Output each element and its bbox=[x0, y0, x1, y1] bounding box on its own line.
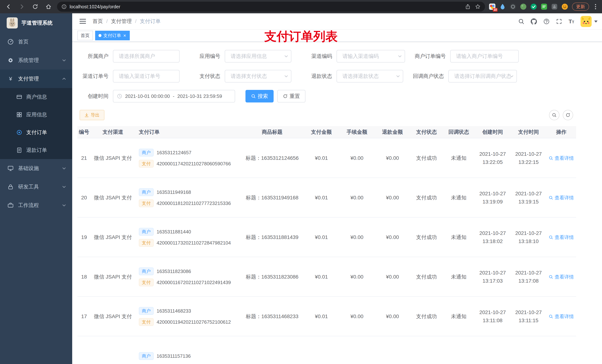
channel-code-label: 渠道编码 bbox=[296, 53, 336, 60]
header-actions: TT bbox=[518, 13, 598, 30]
avatar[interactable] bbox=[580, 16, 592, 27]
user-menu[interactable] bbox=[580, 16, 598, 27]
tags-bar: 首页 支付订单 × bbox=[72, 30, 602, 42]
search-icon bbox=[549, 235, 553, 239]
merchant-badge: 商户 bbox=[139, 352, 154, 360]
channel-pay-no: 4200001181202110277723215336 bbox=[157, 200, 231, 206]
browser-reload-button[interactable] bbox=[30, 2, 40, 11]
view-detail-link[interactable]: 查看详情 bbox=[549, 313, 574, 320]
fullscreen-icon[interactable] bbox=[556, 18, 562, 25]
browser-update-button[interactable]: 更新 bbox=[572, 3, 589, 11]
col-channel: 支付渠道 bbox=[91, 126, 135, 138]
col-pay-time: 支付时间 bbox=[511, 126, 547, 138]
chevron-down-icon bbox=[62, 58, 66, 62]
date-separator: - bbox=[173, 94, 174, 99]
chevron-down-icon bbox=[62, 166, 66, 171]
sidebar-item-pay-order[interactable]: 支付订单 bbox=[0, 124, 72, 141]
sidebar-item-home[interactable]: 首页 bbox=[0, 32, 72, 51]
briefcase-icon bbox=[7, 202, 14, 208]
col-fee: 手续金额 bbox=[339, 126, 375, 138]
search-icon bbox=[549, 156, 553, 160]
sidebar-item-merchant-info[interactable]: 商户信息 bbox=[0, 88, 72, 106]
view-detail-link[interactable]: 查看详情 bbox=[549, 234, 574, 241]
help-icon[interactable] bbox=[543, 18, 550, 25]
pay-badge: 支付 bbox=[139, 239, 154, 247]
caret-down-icon bbox=[594, 21, 598, 22]
col-title: 商品标题 bbox=[241, 126, 304, 138]
screen: localhost:1024/pay/order 10 bbox=[0, 0, 602, 364]
bookmark-star-icon[interactable] bbox=[475, 4, 481, 10]
font-size-icon[interactable]: TT bbox=[569, 19, 574, 24]
refresh-table-button[interactable] bbox=[563, 110, 573, 120]
emoji-profile-icon[interactable] bbox=[561, 3, 568, 10]
sidebar-item-refund-order[interactable]: 退款订单 bbox=[0, 141, 72, 159]
pay-status-select[interactable] bbox=[225, 70, 291, 83]
ring-extension-icon[interactable] bbox=[509, 3, 516, 10]
notify-status-select[interactable] bbox=[448, 70, 517, 83]
site-info-icon[interactable] bbox=[62, 4, 67, 9]
puzzle-extension-icon[interactable] bbox=[551, 3, 558, 10]
merchant-order-no: 1635311823086 bbox=[157, 269, 191, 274]
sidebar-item-infra[interactable]: 基础设施 bbox=[0, 159, 72, 177]
channel-order-no-input[interactable] bbox=[113, 70, 180, 83]
col-actions: 操作 bbox=[547, 126, 576, 138]
tab-pay-order[interactable]: 支付订单 × bbox=[95, 31, 130, 40]
breadcrumb-home[interactable]: 首页 bbox=[93, 18, 103, 25]
sticker-extension-icon[interactable]: 10 bbox=[489, 3, 496, 10]
create-time-range-picker[interactable]: 2021-10-01 00:00:00 - 2021-10-31 23:59:5… bbox=[113, 90, 235, 103]
create-time-label: 创建时间 bbox=[72, 93, 113, 100]
reset-button[interactable]: 重置 bbox=[277, 90, 305, 103]
refresh-icon bbox=[566, 113, 570, 117]
browser-forward-button[interactable] bbox=[17, 2, 27, 11]
browser-menu-icon[interactable] bbox=[593, 3, 598, 11]
merchant-order-no: 1635311157136 bbox=[157, 353, 191, 359]
toggle-search-button[interactable] bbox=[549, 110, 559, 120]
url-bar[interactable]: localhost:1024/pay/order bbox=[57, 2, 485, 12]
pay-management-group: ¥ 支付管理 商户信息 应用信息 支付订单 退款订单 bbox=[0, 70, 72, 159]
search-icon bbox=[251, 94, 256, 99]
browser-back-button[interactable] bbox=[4, 2, 13, 11]
github-icon[interactable] bbox=[531, 18, 537, 25]
col-pay-order: 支付订单 bbox=[135, 126, 241, 138]
view-detail-link[interactable]: 查看详情 bbox=[549, 195, 574, 201]
search-button[interactable]: 搜索 bbox=[246, 90, 274, 103]
green-ball-extension-icon[interactable] bbox=[520, 3, 527, 10]
yen-icon: ¥ bbox=[7, 76, 14, 82]
search-icon bbox=[549, 196, 553, 200]
col-pay-status: 支付状态 bbox=[410, 126, 443, 138]
view-detail-link[interactable]: 查看详情 bbox=[549, 155, 574, 161]
hamburger-icon[interactable] bbox=[77, 17, 88, 26]
browser-home-button[interactable] bbox=[44, 2, 53, 11]
sidebar-item-pay[interactable]: ¥ 支付管理 bbox=[0, 70, 72, 88]
refund-status-select[interactable] bbox=[336, 70, 403, 83]
merchant-order-no-label: 商户订单编号 bbox=[409, 53, 450, 60]
close-icon[interactable]: × bbox=[123, 33, 127, 38]
search-icon bbox=[552, 113, 557, 117]
sidebar-item-workflow[interactable]: 工作流程 bbox=[0, 196, 72, 215]
app-label: 应用编号 bbox=[184, 53, 225, 60]
search-icon[interactable] bbox=[518, 18, 525, 25]
pay-badge: 支付 bbox=[139, 279, 154, 286]
merchant-select[interactable] bbox=[113, 50, 180, 62]
table-row: 19 微信 JSAPI 支付 商户1635311881440 支付4200001… bbox=[77, 218, 576, 257]
sidebar-item-app-info[interactable]: 应用信息 bbox=[0, 106, 72, 124]
sidebar-item-system[interactable]: 系统管理 bbox=[0, 51, 72, 70]
search-icon bbox=[549, 275, 553, 279]
breadcrumb-section[interactable]: 支付管理 bbox=[111, 18, 132, 25]
share-icon[interactable] bbox=[465, 4, 471, 10]
breadcrumb: 首页 / 支付管理 / 支付订单 bbox=[93, 18, 161, 25]
channel-code-select[interactable] bbox=[336, 50, 405, 62]
check-extension-icon[interactable] bbox=[530, 3, 537, 10]
col-id: 编号 bbox=[77, 126, 91, 138]
pay-badge: 支付 bbox=[139, 318, 154, 326]
chat-extension-icon[interactable] bbox=[540, 3, 548, 10]
tab-home[interactable]: 首页 bbox=[77, 31, 93, 40]
view-detail-link[interactable]: 查看详情 bbox=[549, 274, 574, 280]
droplet-extension-icon[interactable] bbox=[499, 3, 506, 10]
app-select[interactable] bbox=[225, 50, 291, 62]
sidebar-item-devtools[interactable]: 研发工具 bbox=[0, 177, 72, 196]
document-icon bbox=[16, 147, 22, 153]
merchant-order-no-input[interactable] bbox=[450, 50, 519, 62]
order-table: 编号 支付渠道 支付订单 商品标题 支付金额 手续金额 退款金额 支付状态 回调… bbox=[77, 126, 576, 364]
export-button[interactable]: 导出 bbox=[80, 110, 104, 120]
